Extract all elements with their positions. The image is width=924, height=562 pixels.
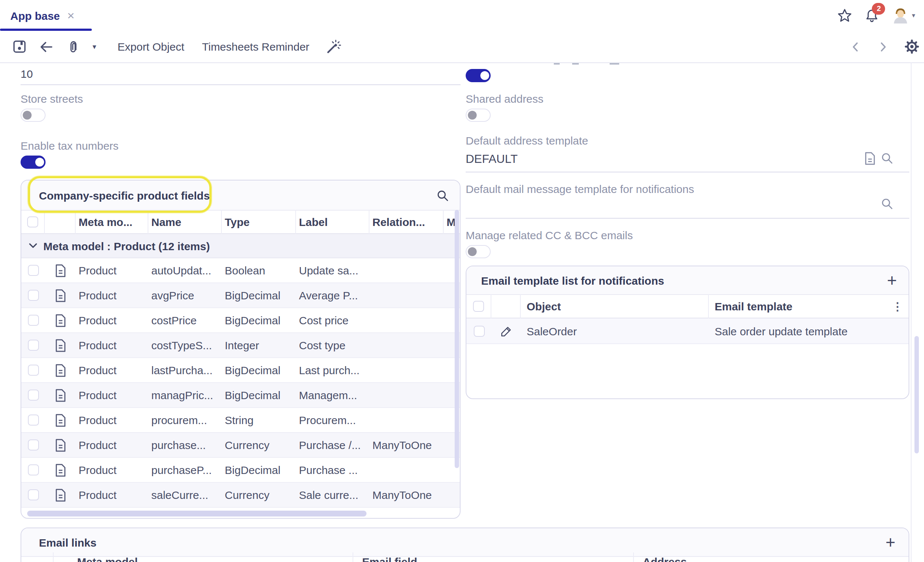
row-checkbox[interactable] [27,390,39,401]
enable-tax-numbers-toggle[interactable] [21,155,45,169]
email-links-table-header: Meta model Email field Address [21,556,909,562]
settings-gear-icon[interactable] [904,31,920,62]
attachment-button[interactable] [66,31,81,62]
table-horizontal-scrollbar[interactable] [27,511,366,517]
search-icon[interactable] [435,188,450,202]
table-row[interactable]: Product lastPurcha... BigDecimal Last pu… [21,358,460,383]
back-button[interactable] [38,31,54,62]
table-row[interactable]: Product purchaseP... BigDecimal Purchase… [21,458,460,483]
search-icon[interactable] [880,151,894,165]
export-object-button[interactable]: Export Object [117,31,184,62]
row-checkbox[interactable] [27,414,39,426]
header-name[interactable]: Name [148,210,222,234]
header-address[interactable]: Address [643,555,687,562]
magic-wand-icon[interactable] [326,31,342,62]
header-email-field[interactable]: Email field [362,555,417,562]
default-address-template-field[interactable]: DEFAULT [466,152,518,166]
cell-label: Managem... [296,389,369,401]
cell-meta-model: Product [76,439,148,451]
close-icon[interactable]: × [67,9,75,22]
add-icon[interactable]: + [885,534,896,551]
cell-label: Cost price [296,314,369,326]
clipped-label-fragment [554,63,560,64]
cell-meta-model: Product [76,389,148,401]
manage-cc-bcc-label: Manage related CC & BCC emails [466,229,633,241]
cell-type: Boolean [222,264,296,277]
cell-object: SaleOrder [521,325,709,337]
store-streets-toggle[interactable] [21,109,45,122]
select-all-checkbox[interactable] [473,301,484,312]
search-icon[interactable] [880,197,894,211]
file-icon [45,288,76,303]
row-checkbox[interactable] [27,439,39,450]
row-checkbox[interactable] [27,365,39,376]
table-row[interactable]: Product autoUpdat... Boolean Update sa..… [21,258,460,283]
cell-email-template: Sale order update template [709,325,886,337]
header-relationship[interactable]: Relation... [369,210,444,234]
cell-meta-model: Product [76,289,148,302]
top-clipped-toggle[interactable] [466,69,490,82]
file-icon [45,338,76,353]
favorite-star-icon[interactable] [838,8,852,23]
row-checkbox[interactable] [27,489,39,501]
table-row[interactable]: Product purchase... Currency Purchase /.… [21,433,460,458]
user-menu[interactable]: ▾ [892,7,915,24]
attachment-dropdown-caret[interactable]: ▾ [93,31,96,62]
table-row[interactable]: Product avgPrice BigDecimal Average P... [21,283,460,308]
column-options-kebab-icon[interactable]: ⋮ [892,301,903,312]
header-label[interactable]: Label [296,210,369,234]
notifications-bell[interactable]: 2 [865,8,880,23]
tab-title: App base [10,9,60,22]
cell-type: BigDecimal [222,364,296,377]
header-meta-model[interactable]: Meta mo... [76,210,148,234]
chevron-down-icon [28,243,38,249]
row-checkbox[interactable] [27,340,39,351]
file-icon [45,438,76,452]
header-meta-model[interactable]: Meta model [77,555,138,562]
header-email-template[interactable]: Email template [709,294,886,318]
row-checkbox[interactable] [27,265,39,276]
view-record-icon[interactable] [864,151,876,166]
cell-type: BigDecimal [222,389,296,401]
tab-app-base[interactable]: App base × [10,0,75,31]
edit-pencil-icon[interactable] [491,325,521,337]
save-button[interactable] [12,31,27,62]
table-row[interactable]: Product costPrice BigDecimal Cost price [21,308,460,333]
cell-name: costPrice [148,314,222,326]
table-row[interactable]: Product managPric... BigDecimal Managem.… [21,383,460,408]
row-checkbox[interactable] [27,315,39,326]
cell-name: purchaseP... [148,464,222,476]
cell-type: Currency [222,439,296,451]
chevron-down-icon: ▾ [912,12,915,19]
table-row[interactable]: SaleOrder Sale order update template [466,318,909,344]
file-icon [45,463,76,477]
timesheets-reminder-button[interactable]: Timesheets Reminder [202,31,309,62]
row-checkbox[interactable] [27,465,39,475]
header-type[interactable]: Type [222,210,296,234]
cell-label: Cost type [296,339,369,351]
table-row[interactable]: Product saleCurre... Currency Sale curre… [21,483,460,508]
group-row-meta-model-product[interactable]: Meta model : Product (12 items) [21,234,460,258]
next-record-button[interactable] [876,31,890,62]
table-row[interactable]: Product costTypeS... Integer Cost type [21,333,460,358]
cell-meta-model: Product [76,464,148,476]
email-template-table-header: Object Email template ⋮ [466,294,909,318]
cell-type: BigDecimal [222,289,296,302]
app-window: App base × 2 [0,0,924,562]
cell-meta-model: Product [76,264,148,277]
table-vertical-scrollbar[interactable] [454,210,459,468]
add-icon[interactable]: + [887,272,897,289]
row-checkbox[interactable] [473,325,484,336]
prev-record-button[interactable] [849,31,862,62]
pagination-limit-field[interactable]: 10 [21,67,33,80]
table-row[interactable]: Product procurem... String Procurem... [21,408,460,433]
email-links-panel: Email links + Meta model Email field Add… [21,528,909,562]
header-object[interactable]: Object [521,294,709,318]
shared-address-toggle[interactable] [466,109,490,122]
manage-cc-bcc-toggle[interactable] [466,245,490,258]
file-icon [45,413,76,427]
default-mail-template-field[interactable] [466,200,877,214]
row-checkbox[interactable] [27,290,39,301]
page-scrollbar-thumb[interactable] [915,336,919,453]
select-all-checkbox[interactable] [27,217,38,227]
